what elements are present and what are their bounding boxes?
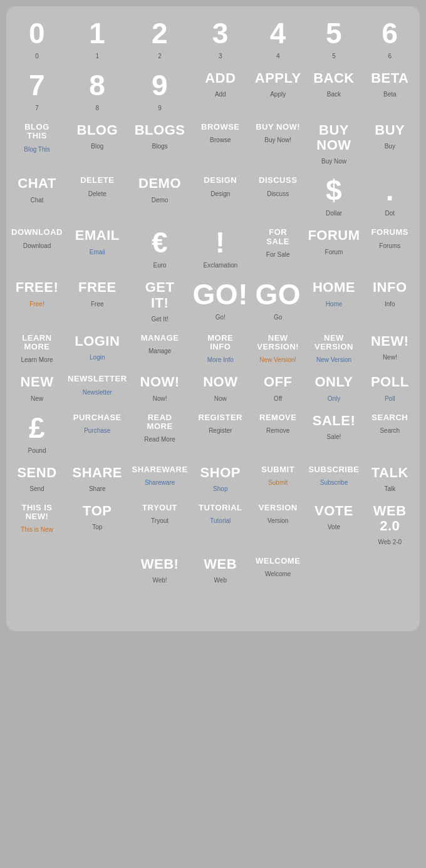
list-item: 00 (9, 13, 65, 65)
list-item: €Euro (130, 222, 190, 274)
list-item (9, 550, 65, 589)
list-item: DOWNLOADDownload (9, 222, 65, 274)
list-item: BLOGBlog (65, 116, 130, 170)
list-item: DISCUSSDiscuss (251, 170, 305, 222)
list-item: 55 (305, 13, 362, 65)
list-item: SUBMITSubmit (251, 459, 305, 497)
list-item: BUY NOW!Buy Now! (251, 116, 305, 170)
list-item: PURCHASEPurchase (65, 407, 130, 459)
list-item: POLLPoll (363, 368, 417, 406)
list-item: SENDSend (9, 459, 65, 497)
list-item: BACKBack (305, 65, 362, 116)
list-item: MANAGEManage (130, 328, 190, 369)
list-item: NOW!Now! (130, 368, 190, 406)
list-item: NEW!New! (363, 328, 417, 369)
list-item: FORSALEFor Sale (251, 222, 305, 274)
list-item: THIS ISNEW!This is New (9, 497, 65, 550)
list-item: 99 (130, 65, 190, 116)
list-item (305, 550, 362, 589)
list-item: READMORERead More (130, 407, 190, 459)
list-item: 22 (130, 13, 190, 65)
list-item: .Dot (363, 170, 417, 222)
list-item: FORUMForum (305, 222, 362, 274)
list-item: LOGINLogin (65, 328, 130, 369)
list-item: INFOInfo (363, 274, 417, 327)
list-item: 66 (363, 13, 417, 65)
list-item: REGISTERRegister (190, 407, 251, 459)
main-container: 00112233445566778899ADDAddAPPLYApplyBACK… (6, 6, 420, 631)
list-item: WEB2.0Web 2-0 (363, 497, 417, 550)
list-item (65, 550, 130, 589)
list-item: TRYOUTTryout (130, 497, 190, 550)
list-item: REMOVERemove (251, 407, 305, 459)
list-item: FREE!Free! (9, 274, 65, 327)
list-item: 44 (251, 13, 305, 65)
list-item: WEBWeb (190, 550, 251, 589)
list-item: TUTORIALTutorial (190, 497, 251, 550)
list-item: GETIT!Get It! (130, 274, 190, 327)
list-item: £Pound (9, 407, 65, 459)
list-item: 11 (65, 13, 130, 65)
list-item: GOGo (251, 274, 305, 327)
list-item: WELCOMEWelcome (251, 550, 305, 589)
list-item: OFFOff (251, 368, 305, 406)
list-item: MOREINFOMore Info (190, 328, 251, 369)
list-item: SALE!Sale! (305, 407, 362, 459)
list-item: BETABeta (363, 65, 417, 116)
list-item: BUYNOWBuy Now (305, 116, 362, 170)
list-item: FORUMSForums (363, 222, 417, 274)
list-item: NEWSLETTERNewsletter (65, 368, 130, 406)
list-item: SUBSCRIBESubscribe (305, 459, 362, 497)
list-item: 33 (190, 13, 251, 65)
list-item: VERSIONVersion (251, 497, 305, 550)
list-item: BROWSEBrowse (190, 116, 251, 170)
list-item: APPLYApply (251, 65, 305, 116)
list-item (363, 550, 417, 589)
list-item: BLOGSBlogs (130, 116, 190, 170)
list-item: 77 (9, 65, 65, 116)
list-item: CHATChat (9, 170, 65, 222)
list-item: DEMODemo (130, 170, 190, 222)
list-item: WEB!Web! (130, 550, 190, 589)
list-item: LEARNMORELearn More (9, 328, 65, 369)
list-item: HOMEHome (305, 274, 362, 327)
list-item: TOPTop (65, 497, 130, 550)
list-item: SHAREWAREShareware (130, 459, 190, 497)
icon-grid: 00112233445566778899ADDAddAPPLYApplyBACK… (9, 13, 417, 625)
list-item: ADDAdd (190, 65, 251, 116)
list-item: DELETEDelete (65, 170, 130, 222)
list-item: SHOPShop (190, 459, 251, 497)
list-item: TALKTalk (363, 459, 417, 497)
list-item: SEARCHSearch (363, 407, 417, 459)
list-item: EMAILEmail (65, 222, 130, 274)
list-item: BLOGTHISBlog This (9, 116, 65, 170)
list-item: NOWNow (190, 368, 251, 406)
list-item: SHAREShare (65, 459, 130, 497)
list-item: OnlyOnly (305, 368, 362, 406)
list-item: NEWNew (9, 368, 65, 406)
list-item: $Dollar (305, 170, 362, 222)
list-item: GO!Go! (190, 274, 251, 327)
list-item: VOTEVote (305, 497, 362, 550)
list-item: 88 (65, 65, 130, 116)
list-item: FREEFree (65, 274, 130, 327)
list-item: DESIGNDesign (190, 170, 251, 222)
list-item: !Exclamation (190, 222, 251, 274)
list-item (9, 589, 65, 625)
list-item: NEWVERSIONNew Version (305, 328, 362, 369)
list-item: BUYBuy (363, 116, 417, 170)
list-item: NEWVERSION!New Version! (251, 328, 305, 369)
